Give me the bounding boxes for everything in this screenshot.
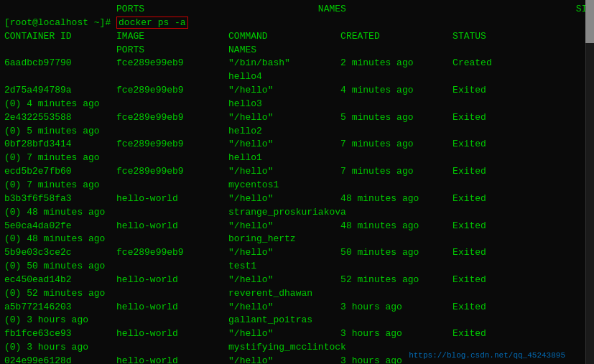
table-row: ecd5b2e7fb60 fce289e99eb9 "/hello" 7 min… (0, 165, 594, 179)
table-row-port-name: (0) 48 minutes ago strange_proskuriakova (0, 206, 594, 220)
table-row: 2e4322553588 fce289e99eb9 "/hello" 5 min… (0, 111, 594, 125)
table-row-port-name: (0) 5 minutes ago hello2 (0, 125, 594, 139)
watermark: https://blog.csdn.net/qq_45243895 (409, 351, 565, 360)
table-row: ec450ead14b2 hello-world "/hello" 52 min… (0, 274, 594, 287)
table-row-port-name: (0) 50 minutes ago test1 (0, 260, 594, 274)
prompt: [root@localhost ~]# (4, 17, 116, 28)
table-row: 0bf28bfd3414 fce289e99eb9 "/hello" 7 min… (0, 138, 594, 151)
table-row: 2d75a494789a fce289e99eb9 "/hello" 4 min… (0, 84, 594, 98)
command: docker ps -a (116, 17, 188, 29)
table-row-port-name: (0) 3 hours ago gallant_poitras (0, 314, 594, 327)
table-row-port-name: (0) 52 minutes ago reverent_dhawan (0, 287, 594, 301)
table-row-port-name: (0) 4 minutes ago hello3 (0, 98, 594, 111)
table-row: fb1fce63ce93 hello-world "/hello" 3 hour… (0, 327, 594, 341)
table-header-1: CONTAINER ID IMAGE COMMAND CREATED STATU… (0, 30, 594, 44)
table-row-port-name: (0) 48 minutes ago boring_hertz (0, 233, 594, 246)
table-row: a5b772146203 hello-world "/hello" 3 hour… (0, 301, 594, 314)
prompt-line: [root@localhost ~]# docker ps -a (0, 17, 594, 30)
table-row: 5b9e03c3ce2c fce289e99eb9 "/hello" 50 mi… (0, 246, 594, 260)
table-row: b3b3f6f58fa3 hello-world "/hello" 48 min… (0, 192, 594, 206)
terminal-window: PORTS NAMES SIZE [root@localhost ~]# doc… (0, 0, 594, 364)
scrollbar-thumb[interactable] (585, 0, 594, 43)
table-row-port-name: (0) 7 minutes ago hello1 (0, 151, 594, 165)
table-row: 6aadbcb97790 fce289e99eb9 "/bin/bash" 2 … (0, 57, 594, 70)
top-labels: PORTS NAMES SIZE (0, 3, 594, 17)
table-row-port-name: (0) 7 minutes ago mycentos1 (0, 179, 594, 192)
table-row-name: hello4 (0, 70, 594, 84)
table-header-2: PORTS NAMES (0, 44, 594, 57)
scrollbar[interactable] (585, 0, 594, 364)
table-row: 5e0ca4da02fe hello-world "/hello" 48 min… (0, 220, 594, 233)
